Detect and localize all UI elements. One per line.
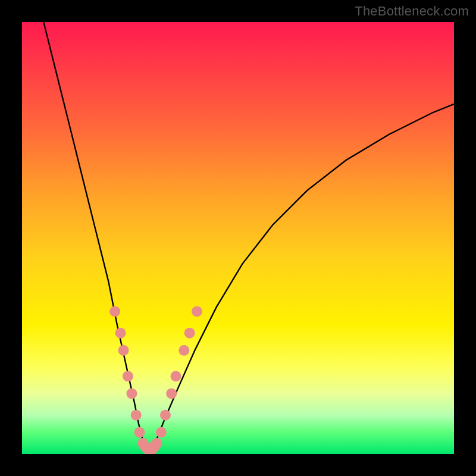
sample-dot xyxy=(152,438,162,449)
sample-dot xyxy=(118,345,129,356)
sample-dot xyxy=(166,388,177,399)
sample-dot xyxy=(156,427,167,438)
sample-dot xyxy=(171,371,181,381)
plot-area xyxy=(22,22,454,454)
curve-right xyxy=(148,104,455,454)
sample-dot xyxy=(160,410,171,421)
watermark-text: TheBottleneck.com xyxy=(355,4,469,19)
sample-dot xyxy=(123,371,133,381)
sample-dot xyxy=(131,410,142,421)
sample-dot xyxy=(192,306,202,317)
sample-dot xyxy=(178,345,189,356)
sample-dot xyxy=(134,427,145,438)
chart-overlay-svg xyxy=(22,22,454,454)
chart-stage: TheBottleneck.com xyxy=(0,0,476,476)
sample-dot xyxy=(126,388,137,399)
sample-dot xyxy=(109,306,120,317)
sample-dot xyxy=(115,328,126,339)
sample-dot xyxy=(184,328,195,339)
